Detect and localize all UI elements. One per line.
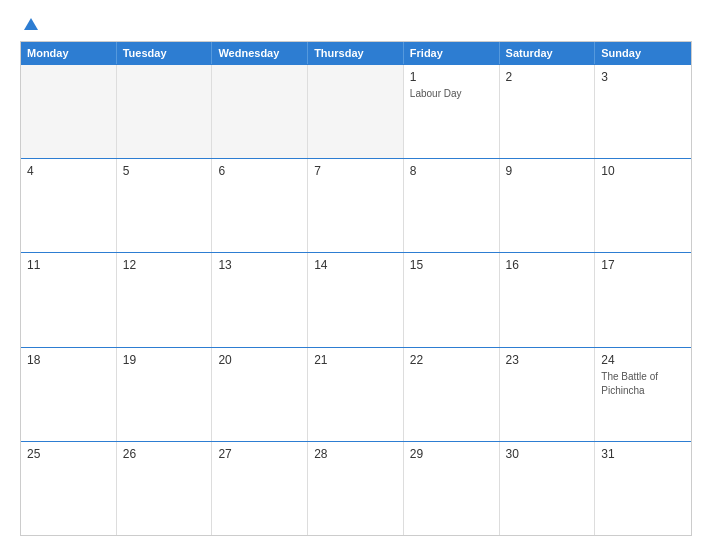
cal-cell: 19 (117, 348, 213, 441)
cal-header-cell: Friday (404, 42, 500, 64)
cal-cell: 9 (500, 159, 596, 252)
cal-cell (308, 65, 404, 158)
cal-header-cell: Tuesday (117, 42, 213, 64)
day-number: 13 (218, 258, 301, 272)
cal-cell: 31 (595, 442, 691, 535)
day-number: 19 (123, 353, 206, 367)
cal-cell: 16 (500, 253, 596, 346)
cal-cell: 21 (308, 348, 404, 441)
cal-cell: 2 (500, 65, 596, 158)
cal-cell: 24The Battle of Pichincha (595, 348, 691, 441)
day-number: 14 (314, 258, 397, 272)
day-number: 6 (218, 164, 301, 178)
cal-week: 18192021222324The Battle of Pichincha (21, 347, 691, 441)
day-number: 24 (601, 353, 685, 367)
day-number: 21 (314, 353, 397, 367)
day-number: 11 (27, 258, 110, 272)
day-number: 10 (601, 164, 685, 178)
day-number: 7 (314, 164, 397, 178)
day-number: 3 (601, 70, 685, 84)
cal-header-cell: Wednesday (212, 42, 308, 64)
day-number: 12 (123, 258, 206, 272)
header (20, 18, 692, 31)
day-number: 4 (27, 164, 110, 178)
cal-cell: 15 (404, 253, 500, 346)
day-number: 8 (410, 164, 493, 178)
day-number: 27 (218, 447, 301, 461)
logo (20, 18, 38, 31)
cal-week: 45678910 (21, 158, 691, 252)
cal-cell (21, 65, 117, 158)
cal-cell: 17 (595, 253, 691, 346)
holiday-label: The Battle of Pichincha (601, 371, 658, 396)
cal-header-cell: Sunday (595, 42, 691, 64)
cal-cell (117, 65, 213, 158)
cal-cell: 26 (117, 442, 213, 535)
day-number: 26 (123, 447, 206, 461)
calendar: MondayTuesdayWednesdayThursdayFridaySatu… (20, 41, 692, 536)
day-number: 25 (27, 447, 110, 461)
calendar-body: 1Labour Day23456789101112131415161718192… (21, 64, 691, 535)
cal-header-cell: Monday (21, 42, 117, 64)
cal-cell: 20 (212, 348, 308, 441)
cal-cell: 22 (404, 348, 500, 441)
day-number: 15 (410, 258, 493, 272)
cal-cell: 13 (212, 253, 308, 346)
cal-cell: 4 (21, 159, 117, 252)
cal-cell: 5 (117, 159, 213, 252)
cal-cell: 27 (212, 442, 308, 535)
cal-cell: 28 (308, 442, 404, 535)
cal-cell: 14 (308, 253, 404, 346)
day-number: 22 (410, 353, 493, 367)
cal-cell: 30 (500, 442, 596, 535)
day-number: 17 (601, 258, 685, 272)
cal-header-cell: Saturday (500, 42, 596, 64)
day-number: 1 (410, 70, 493, 84)
holiday-label: Labour Day (410, 88, 462, 99)
cal-cell: 8 (404, 159, 500, 252)
day-number: 31 (601, 447, 685, 461)
cal-cell: 3 (595, 65, 691, 158)
day-number: 16 (506, 258, 589, 272)
cal-cell: 11 (21, 253, 117, 346)
logo-triangle-icon (24, 18, 38, 30)
cal-cell: 12 (117, 253, 213, 346)
day-number: 9 (506, 164, 589, 178)
day-number: 28 (314, 447, 397, 461)
cal-week: 1Labour Day23 (21, 64, 691, 158)
calendar-header-row: MondayTuesdayWednesdayThursdayFridaySatu… (21, 42, 691, 64)
day-number: 30 (506, 447, 589, 461)
day-number: 18 (27, 353, 110, 367)
cal-cell: 23 (500, 348, 596, 441)
cal-cell: 10 (595, 159, 691, 252)
day-number: 23 (506, 353, 589, 367)
cal-week: 11121314151617 (21, 252, 691, 346)
cal-cell: 25 (21, 442, 117, 535)
cal-header-cell: Thursday (308, 42, 404, 64)
cal-cell: 7 (308, 159, 404, 252)
cal-week: 25262728293031 (21, 441, 691, 535)
logo-text (20, 18, 38, 31)
day-number: 20 (218, 353, 301, 367)
day-number: 29 (410, 447, 493, 461)
cal-cell: 29 (404, 442, 500, 535)
cal-cell: 18 (21, 348, 117, 441)
cal-cell: 1Labour Day (404, 65, 500, 158)
cal-cell (212, 65, 308, 158)
cal-cell: 6 (212, 159, 308, 252)
day-number: 2 (506, 70, 589, 84)
page: MondayTuesdayWednesdayThursdayFridaySatu… (0, 0, 712, 550)
day-number: 5 (123, 164, 206, 178)
